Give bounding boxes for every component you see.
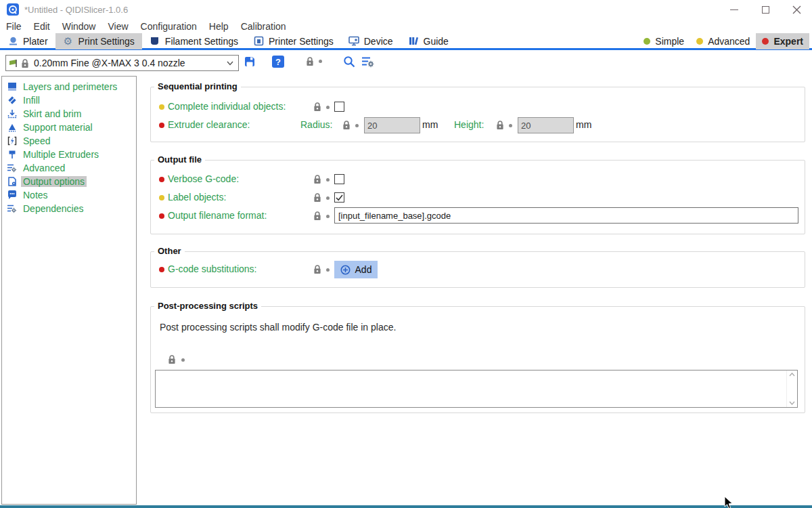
- radius-unit: mm: [422, 119, 438, 130]
- search-button[interactable]: [343, 56, 356, 68]
- menu-help[interactable]: Help: [203, 21, 235, 32]
- lock-icon: [21, 58, 29, 68]
- sidebar-item-speed[interactable]: Speed: [2, 134, 136, 148]
- revert-bullet-icon[interactable]: [326, 215, 330, 218]
- group-post-processing-scripts: Post-processing scripts Post processing …: [150, 306, 805, 413]
- scroll-down-icon[interactable]: [789, 401, 795, 405]
- lock-icon[interactable]: [313, 192, 321, 203]
- scroll-up-icon[interactable]: [789, 373, 795, 377]
- sidebar-item-multiple-extruders[interactable]: Multiple Extruders: [2, 148, 136, 161]
- preset-dropdown[interactable]: 0.20mm Fine @X-MAX 3 0.4 nozzle: [5, 55, 239, 71]
- revert-bullet-icon[interactable]: [326, 178, 330, 182]
- radius-input[interactable]: [364, 117, 420, 133]
- tab-plater[interactable]: Plater: [0, 33, 55, 49]
- revert-bullet-icon[interactable]: [181, 358, 185, 362]
- add-substitution-button[interactable]: Add: [334, 261, 378, 278]
- mode-advanced[interactable]: Advanced: [690, 33, 756, 49]
- modified-dot-icon: [159, 195, 164, 200]
- close-icon: [792, 5, 801, 14]
- close-button[interactable]: [781, 0, 812, 19]
- plus-circle-icon: [340, 265, 351, 275]
- maximize-button[interactable]: [750, 0, 781, 19]
- tab-device[interactable]: Device: [341, 33, 401, 49]
- compare-help-button[interactable]: ?: [272, 56, 284, 68]
- sidebar-item-dependencies[interactable]: Dependencies: [2, 202, 136, 215]
- mode-expert[interactable]: Expert: [756, 33, 809, 49]
- menu-calibration[interactable]: Calibration: [235, 21, 292, 32]
- expert-dot-icon: [762, 38, 769, 45]
- sidebar-item-label: Advanced: [21, 163, 67, 173]
- group-title: Post-processing scripts: [154, 301, 261, 311]
- layers-icon: [7, 82, 17, 92]
- sidebar-item-label: Speed: [21, 135, 52, 146]
- lock-icon[interactable]: [496, 120, 504, 130]
- option-label: Verbose G-code:: [168, 173, 239, 184]
- revert-bullet-icon[interactable]: [326, 196, 330, 200]
- revert-bullet-icon[interactable]: [355, 124, 359, 127]
- mouse-cursor: [724, 496, 734, 508]
- modified-dot-icon: [159, 177, 164, 182]
- mode-simple[interactable]: Simple: [637, 33, 690, 49]
- list-gear-icon: [7, 163, 17, 173]
- post-processing-description: Post processing scripts shall modify G-c…: [160, 322, 396, 333]
- sidebar-item-skirt-and-brim[interactable]: Skirt and brim: [2, 107, 136, 121]
- mode-label: Simple: [655, 36, 684, 47]
- output-options-icon: [7, 177, 17, 187]
- list-gear-icon: [7, 204, 17, 214]
- tab-print-settings[interactable]: ⚙ Print Settings: [55, 33, 142, 49]
- sidebar-item-infill[interactable]: Infill: [2, 93, 136, 107]
- post-processing-scripts-textarea[interactable]: [155, 370, 798, 408]
- height-input[interactable]: [518, 117, 574, 133]
- revert-bullet-icon[interactable]: [326, 268, 330, 272]
- window-title: *Untitled - QIDISlicer-1.0.6: [24, 5, 128, 15]
- sidebar-item-label: Layers and perimeters: [21, 81, 119, 92]
- gear-icon: ⚙: [63, 36, 74, 47]
- infill-icon: [7, 96, 17, 106]
- menu-edit[interactable]: Edit: [28, 21, 56, 32]
- settings-list-button[interactable]: [361, 56, 374, 68]
- check-icon: [335, 193, 344, 202]
- sidebar-item-notes[interactable]: Notes: [2, 188, 136, 202]
- sidebar-item-advanced[interactable]: Advanced: [2, 161, 136, 175]
- modified-dot-icon: [159, 267, 164, 272]
- menu-configuration[interactable]: Configuration: [135, 21, 203, 32]
- sidebar-item-label: Dependencies: [21, 203, 86, 214]
- revert-bullet-icon[interactable]: [326, 106, 330, 109]
- lock-icon[interactable]: [313, 174, 321, 184]
- modified-dot-icon: [159, 123, 164, 128]
- lock-icon[interactable]: [313, 102, 321, 112]
- menu-view[interactable]: View: [102, 21, 134, 32]
- sidebar-item-support-material[interactable]: Support material: [2, 121, 136, 134]
- titlebar: *Untitled - QIDISlicer-1.0.6: [0, 0, 812, 19]
- save-preset-button[interactable]: [244, 56, 256, 68]
- option-label: G-code substitutions:: [168, 263, 257, 274]
- lock-toggle-button[interactable]: [306, 56, 314, 66]
- lock-icon[interactable]: [168, 354, 176, 364]
- textarea-scrollbar[interactable]: [786, 371, 797, 407]
- preset-flag-icon: [9, 58, 19, 68]
- lock-bullet-icon: [319, 60, 322, 63]
- tab-printer-settings[interactable]: Printer Settings: [246, 33, 341, 49]
- tab-filament-settings[interactable]: Filament Settings: [142, 33, 246, 49]
- option-row-verbose-gcode: Verbose G-code:: [151, 171, 805, 188]
- output-filename-format-input[interactable]: [334, 207, 798, 224]
- modified-dot-icon: [159, 213, 164, 219]
- minimize-button[interactable]: [719, 0, 750, 19]
- revert-bullet-icon[interactable]: [509, 124, 512, 127]
- tab-guide[interactable]: Guide: [401, 33, 456, 49]
- group-other: Other G-code substitutions: Add: [150, 251, 805, 288]
- tab-label: Print Settings: [78, 36, 135, 47]
- menu-window[interactable]: Window: [56, 21, 102, 32]
- sidebar-item-layers-and-perimeters[interactable]: Layers and perimeters: [2, 80, 136, 93]
- plater-icon: [7, 36, 18, 47]
- sidebar-item-label: Notes: [21, 190, 50, 200]
- sidebar-item-output-options[interactable]: Output options: [2, 175, 136, 188]
- lock-icon[interactable]: [342, 120, 351, 130]
- lock-icon[interactable]: [313, 211, 321, 221]
- lock-icon[interactable]: [313, 264, 321, 274]
- menu-file[interactable]: File: [0, 21, 28, 32]
- option-label: Extruder clearance:: [168, 119, 250, 130]
- complete-individual-objects-checkbox[interactable]: [334, 102, 344, 112]
- label-objects-checkbox[interactable]: [334, 192, 344, 203]
- verbose-gcode-checkbox[interactable]: [334, 174, 344, 184]
